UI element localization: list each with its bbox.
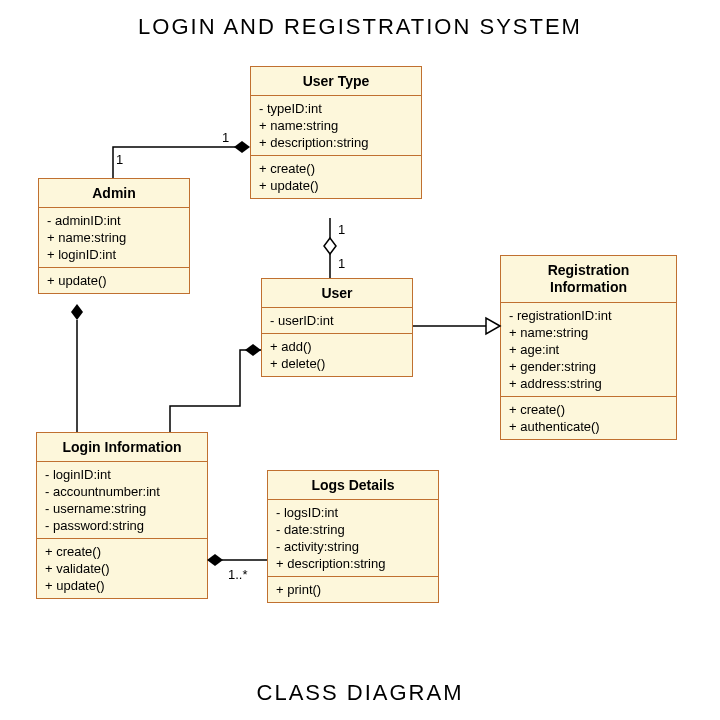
- op: + create(): [45, 543, 199, 560]
- class-admin-attrs: - adminID:int + name:string + loginID:in…: [39, 208, 189, 268]
- attr: - typeID:int: [259, 100, 413, 117]
- attr: - adminID:int: [47, 212, 181, 229]
- mult-usertype-1: 1: [222, 130, 229, 145]
- attr: + loginID:int: [47, 246, 181, 263]
- attr: - logsID:int: [276, 504, 430, 521]
- attr: + description:string: [276, 555, 430, 572]
- op: + create(): [259, 160, 413, 177]
- attr: - username:string: [45, 500, 199, 517]
- class-usertype-ops: + create() + update(): [251, 156, 421, 198]
- class-registration-name: Registration Information: [501, 256, 676, 303]
- mult-usertype-user-1b: 1: [338, 256, 345, 271]
- mult-usertype-user-1a: 1: [338, 222, 345, 237]
- svg-marker-5: [207, 554, 223, 566]
- attr: - date:string: [276, 521, 430, 538]
- class-user: User - userID:int + add() + delete(): [261, 278, 413, 377]
- op: + add(): [270, 338, 404, 355]
- class-login-attrs: - loginID:int - accountnumber:int - user…: [37, 462, 207, 539]
- class-usertype-name: User Type: [251, 67, 421, 96]
- class-registration: Registration Information - registrationI…: [500, 255, 677, 440]
- op: + update(): [47, 272, 181, 289]
- class-logs-name: Logs Details: [268, 471, 438, 500]
- attr: + name:string: [47, 229, 181, 246]
- op: + update(): [45, 577, 199, 594]
- attr: - accountnumber:int: [45, 483, 199, 500]
- op: + update(): [259, 177, 413, 194]
- class-logs: Logs Details - logsID:int - date:string …: [267, 470, 439, 603]
- class-user-name: User: [262, 279, 412, 308]
- class-user-ops: + add() + delete(): [262, 334, 412, 376]
- svg-marker-3: [71, 304, 83, 320]
- diagram-title: LOGIN AND REGISTRATION SYSTEM: [0, 0, 720, 40]
- class-logs-attrs: - logsID:int - date:string - activity:st…: [268, 500, 438, 577]
- op: + authenticate(): [509, 418, 668, 435]
- attr: - password:string: [45, 517, 199, 534]
- attr: - registrationID:int: [509, 307, 668, 324]
- svg-marker-4: [245, 344, 261, 356]
- attr: + description:string: [259, 134, 413, 151]
- mult-login-logs: 1..*: [228, 567, 248, 582]
- class-registration-ops: + create() + authenticate(): [501, 397, 676, 439]
- svg-marker-2: [486, 318, 500, 334]
- class-user-attrs: - userID:int: [262, 308, 412, 334]
- class-login: Login Information - loginID:int - accoun…: [36, 432, 208, 599]
- class-admin-ops: + update(): [39, 268, 189, 293]
- op: + validate(): [45, 560, 199, 577]
- class-usertype: User Type - typeID:int + name:string + d…: [250, 66, 422, 199]
- attr: - activity:string: [276, 538, 430, 555]
- attr: + age:int: [509, 341, 668, 358]
- diagram-footer: CLASS DIAGRAM: [0, 680, 720, 706]
- attr: + name:string: [509, 324, 668, 341]
- svg-marker-0: [234, 141, 250, 153]
- mult-admin-1: 1: [116, 152, 123, 167]
- class-admin-name: Admin: [39, 179, 189, 208]
- attr: + gender:string: [509, 358, 668, 375]
- op: + create(): [509, 401, 668, 418]
- attr: + address:string: [509, 375, 668, 392]
- class-login-ops: + create() + validate() + update(): [37, 539, 207, 598]
- class-logs-ops: + print(): [268, 577, 438, 602]
- class-admin: Admin - adminID:int + name:string + logi…: [38, 178, 190, 294]
- class-registration-attrs: - registrationID:int + name:string + age…: [501, 303, 676, 397]
- class-usertype-attrs: - typeID:int + name:string + description…: [251, 96, 421, 156]
- op: + print(): [276, 581, 430, 598]
- attr: - userID:int: [270, 312, 404, 329]
- class-login-name: Login Information: [37, 433, 207, 462]
- label: Registration Information: [548, 262, 630, 295]
- svg-marker-1: [324, 238, 336, 254]
- attr: - loginID:int: [45, 466, 199, 483]
- attr: + name:string: [259, 117, 413, 134]
- op: + delete(): [270, 355, 404, 372]
